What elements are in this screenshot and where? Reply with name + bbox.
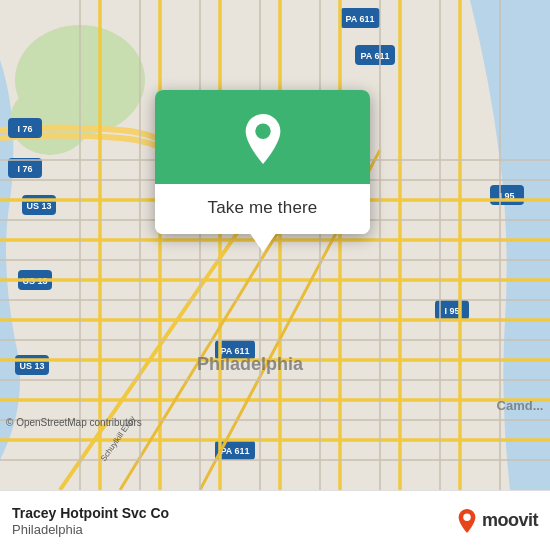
location-pin-icon <box>239 112 287 166</box>
svg-text:I 95: I 95 <box>444 306 459 316</box>
svg-text:PA 611: PA 611 <box>345 14 374 24</box>
moovit-logo: moovit <box>456 508 538 534</box>
take-me-there-button[interactable]: Take me there <box>208 198 318 218</box>
popup-card: Take me there <box>155 90 370 234</box>
popup-green-area <box>155 90 370 184</box>
moovit-text: moovit <box>482 510 538 531</box>
svg-text:US 13: US 13 <box>19 361 44 371</box>
osm-credit: © OpenStreetMap contributors <box>6 417 142 428</box>
svg-text:PA 611: PA 611 <box>360 51 389 61</box>
popup-pointer <box>249 232 277 252</box>
svg-text:I 76: I 76 <box>17 124 32 134</box>
popup-label-area[interactable]: Take me there <box>155 184 370 234</box>
map-container: I 76 I 76 US 13 US 13 US 13 PA 611 PA 61… <box>0 0 550 490</box>
svg-text:Philadelphia: Philadelphia <box>197 354 304 374</box>
svg-point-62 <box>255 124 270 139</box>
moovit-pin-icon <box>456 508 478 534</box>
location-subtitle: Philadelphia <box>12 522 446 537</box>
svg-point-63 <box>463 513 470 520</box>
svg-text:I 76: I 76 <box>17 164 32 174</box>
svg-text:US 13: US 13 <box>26 201 51 211</box>
svg-text:Camd...: Camd... <box>497 398 544 413</box>
bottom-bar: Tracey Hotpoint Svc Co Philadelphia moov… <box>0 490 550 550</box>
svg-text:PA 611: PA 611 <box>220 446 249 456</box>
location-title: Tracey Hotpoint Svc Co <box>12 505 446 521</box>
